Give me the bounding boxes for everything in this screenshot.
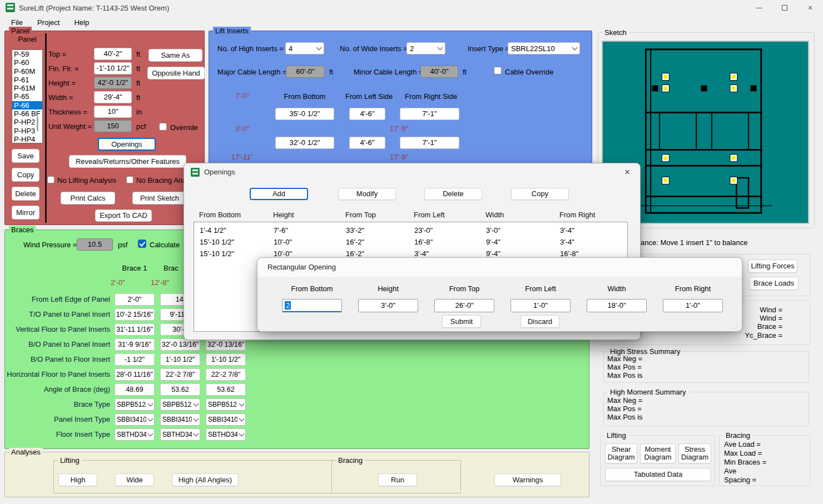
brace2-type-select[interactable]: SBTHD346: [160, 428, 200, 441]
brace3-value[interactable]: 32'-0 13/16": [206, 338, 246, 351]
field-input[interactable]: 10": [94, 106, 132, 118]
brace1-value[interactable]: 31'-11 1/16": [115, 323, 155, 336]
brace2-value[interactable]: 53.62: [160, 383, 200, 396]
brace1-value[interactable]: 31'-9 9/16": [115, 338, 155, 351]
cable-override-checkbox[interactable]: [494, 67, 502, 74]
wide-button[interactable]: Wide: [115, 473, 154, 486]
brace2-type-select[interactable]: SBPB5123: [160, 398, 200, 411]
insert-row1-from-right[interactable]: 7'-1": [400, 108, 459, 120]
export-to-cad-button[interactable]: Export To CAD: [95, 209, 152, 222]
shear-diagram-button[interactable]: Shear Diagram: [605, 443, 637, 463]
discard-button[interactable]: Discard: [520, 315, 559, 328]
mirror-button[interactable]: Mirror: [12, 206, 39, 219]
opposite-hand-button[interactable]: Opposite Hand: [147, 67, 205, 79]
add-opening-button[interactable]: Add: [250, 188, 308, 200]
brace1-value[interactable]: 10'-2 15/16": [115, 308, 155, 321]
lifting-forces-button[interactable]: Lifting Forces: [748, 260, 797, 273]
brace1-type-select[interactable]: SBBI3410: [115, 413, 155, 426]
panel-list-item[interactable]: P-HP4: [12, 135, 42, 143]
insert-row2-from-bottom[interactable]: 32'-0 1/2": [275, 137, 334, 149]
field-input[interactable]: 150: [94, 120, 132, 132]
menu-item[interactable]: Project: [34, 17, 63, 28]
openings-dialog-titlebar[interactable]: Openings ×: [184, 163, 640, 181]
brace1-type-select[interactable]: SBTHD346: [115, 428, 155, 441]
menu-item[interactable]: Help: [71, 17, 92, 28]
delete-opening-button[interactable]: Delete: [424, 188, 482, 200]
brace3-value[interactable]: 53.62: [206, 383, 246, 396]
high-button[interactable]: High: [58, 473, 97, 486]
delete-button[interactable]: Delete: [12, 187, 39, 201]
calculate-checkbox[interactable]: [138, 239, 146, 248]
copy-opening-button[interactable]: Copy: [511, 188, 569, 200]
panel-list-item[interactable]: P-66: [12, 101, 42, 109]
opening-row[interactable]: 15'-10 1/2" 10'-0" 16'-2" 16'-8" 9'-4" 3…: [194, 236, 627, 248]
minimize-icon[interactable]: [746, 0, 772, 16]
brace3-type-select[interactable]: SBTHD346: [206, 428, 246, 441]
submit-button[interactable]: Submit: [442, 315, 481, 328]
close-icon[interactable]: ×: [797, 0, 823, 16]
panel-list-item[interactable]: P-59: [12, 50, 42, 58]
maximize-icon[interactable]: [772, 0, 797, 16]
high-inserts-select[interactable]: 4: [285, 42, 324, 54]
brace1-value[interactable]: 48.69: [115, 383, 155, 396]
insert-row2-from-left[interactable]: 4'-6": [349, 137, 385, 149]
field-input[interactable]: 1'-0": [663, 299, 723, 312]
panel-list-item[interactable]: P-65: [12, 92, 42, 101]
brace2-value[interactable]: 22'-2 7/8": [160, 368, 200, 381]
warnings-button[interactable]: Warnings: [494, 473, 561, 486]
field-input[interactable]: -1'-10 1/2": [94, 62, 132, 74]
print-sketch-button[interactable]: Print Sketch: [132, 192, 187, 204]
brace1-value[interactable]: -1 1/2": [115, 353, 155, 366]
no-bracing-checkbox[interactable]: [126, 176, 133, 183]
opening-row[interactable]: 1'-4 1/2" 7'-6" 33'-2" 23'-0" 3'-0" 3'-4…: [194, 224, 627, 236]
override-checkbox[interactable]: [159, 123, 167, 131]
brace2-value[interactable]: 1'-10 1/2": [160, 353, 200, 366]
brace1-value[interactable]: 28'-0 11/16": [115, 368, 155, 381]
insert-type-select[interactable]: SBRL22SL10: [508, 42, 580, 54]
copy-button[interactable]: Copy: [12, 168, 39, 182]
field-input[interactable]: 42'-0 1/2": [94, 77, 132, 89]
rect-dialog-titlebar[interactable]: Rectangular Opening: [257, 258, 742, 277]
insert-row1-from-left[interactable]: 4'-6": [349, 108, 385, 120]
field-input[interactable]: 40'-2": [94, 48, 132, 60]
moment-diagram-button[interactable]: Moment Diagram: [640, 443, 676, 463]
panel-list-item[interactable]: P-61: [12, 76, 42, 84]
same-as-button[interactable]: Same As: [148, 49, 202, 62]
field-input[interactable]: 3'-0": [358, 299, 418, 312]
title-bar[interactable]: SureLift (Project Name: T-1143-25 West O…: [0, 0, 823, 16]
no-lifting-checkbox[interactable]: [47, 176, 54, 183]
save-button[interactable]: Save: [12, 149, 39, 163]
brace1-type-select[interactable]: SBPB5124: [115, 398, 155, 411]
insert-row2-from-right[interactable]: 7'-1": [400, 137, 459, 149]
print-calcs-button[interactable]: Print Calcs: [61, 192, 115, 204]
brace3-value[interactable]: 22'-2 7/8": [206, 368, 246, 381]
field-input[interactable]: 2: [282, 299, 342, 312]
brace2-value[interactable]: 32'-0 13/16": [160, 338, 200, 351]
field-input[interactable]: 1'-0": [510, 299, 571, 312]
field-input[interactable]: 26'-0": [434, 299, 494, 312]
resize-grip-icon[interactable]: ⋰: [733, 323, 739, 330]
stress-diagram-button[interactable]: Stress Diagram: [678, 443, 711, 463]
openings-button[interactable]: Openings: [98, 138, 156, 151]
insert-row1-from-bottom[interactable]: 35'-0 1/2": [275, 108, 334, 120]
list-scrollbar[interactable]: [37, 117, 38, 131]
modify-opening-button[interactable]: Modify: [338, 188, 396, 200]
brace3-type-select[interactable]: SBPB5123: [206, 398, 246, 411]
panel-list-item[interactable]: P-60: [12, 58, 42, 67]
high-all-angles-button[interactable]: High (All Angles): [172, 473, 239, 486]
brace3-value[interactable]: 1'-10 1/2": [206, 353, 246, 366]
field-input[interactable]: 29'-4": [94, 91, 132, 103]
panel-list[interactable]: P-59P-60P-60MP-61P-61MP-65P-66P-66 BFP-H…: [12, 49, 43, 143]
panel-list-item[interactable]: P-61M: [12, 84, 42, 92]
run-button[interactable]: Run: [378, 473, 417, 486]
wide-inserts-select[interactable]: 2: [406, 42, 445, 54]
panel-list-item[interactable]: P-60M: [12, 67, 42, 76]
brace-loads-button[interactable]: Brace Loads: [749, 277, 799, 290]
reveals-returns-button[interactable]: Reveals/Returns/Other Features: [69, 155, 186, 168]
brace3-type-select[interactable]: SBBI3410: [206, 413, 246, 426]
tabulated-data-button[interactable]: Tabulated Data: [605, 468, 711, 481]
close-icon[interactable]: ×: [620, 166, 634, 178]
brace1-value[interactable]: 2'-0": [115, 293, 155, 306]
brace2-type-select[interactable]: SBBI3410: [160, 413, 200, 426]
field-input[interactable]: 18'-0": [587, 299, 647, 312]
